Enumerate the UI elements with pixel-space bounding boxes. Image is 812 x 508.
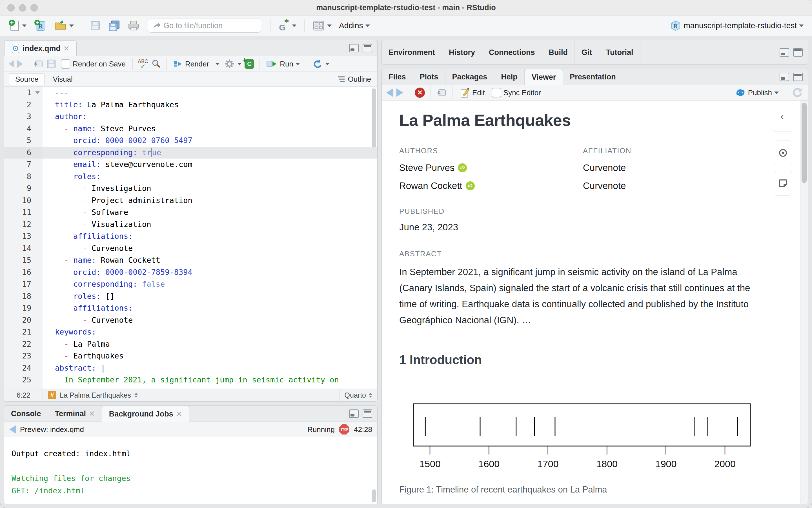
minimize-pane-icon[interactable]	[349, 44, 359, 52]
new-project-button[interactable]: R	[32, 17, 48, 34]
tab-history[interactable]: History	[442, 40, 482, 65]
code-line[interactable]: 17 corresponding: false	[4, 278, 377, 290]
goto-file-input[interactable]: Go to file/function	[148, 18, 261, 33]
outline-button[interactable]: Outline	[337, 75, 373, 84]
code-line[interactable]: 16 orcid: 0000-0002-7859-8394	[4, 266, 377, 279]
code-line[interactable]: 3author:	[4, 111, 377, 123]
viewer-scrollbar[interactable]	[800, 100, 808, 504]
tab-build[interactable]: Build	[542, 40, 575, 65]
stop-job-button[interactable]: STOP	[339, 424, 350, 434]
tab-index-qmd[interactable]: index.qmd ✕	[4, 40, 77, 56]
spellcheck-button[interactable]: ABC ✓	[138, 59, 148, 69]
code-line[interactable]: 11 - Software	[4, 206, 377, 218]
minimize-window-button[interactable]	[19, 4, 26, 11]
tab-viewer[interactable]: Viewer	[525, 69, 563, 85]
section-selector[interactable]: # La Palma Earthquakes	[43, 389, 339, 401]
console-scrollbar-thumb[interactable]	[372, 490, 376, 502]
maximize-pane-icon[interactable]	[363, 44, 372, 52]
code-line[interactable]: 7 email: steve@curvenote.com	[4, 159, 377, 171]
tab-help[interactable]: Help	[494, 69, 525, 85]
code-line[interactable]: 24abstract: |	[4, 362, 377, 374]
code-line[interactable]: 25 In September 2021, a significant jump…	[4, 374, 377, 386]
code-line[interactable]: 13 affiliations:	[4, 230, 377, 243]
sync-editor-checkbox[interactable]: Sync Editor	[490, 87, 543, 98]
orcid-icon[interactable]: iD	[466, 181, 475, 190]
save-all-button[interactable]	[106, 18, 122, 33]
jobs-back-icon[interactable]	[9, 425, 16, 434]
viewer-content[interactable]: La Palma Earthquakes AUTHORS AFFILIATION…	[382, 100, 808, 504]
annotation-button[interactable]	[774, 171, 792, 196]
new-file-button[interactable]	[7, 18, 28, 34]
tab-presentation[interactable]: Presentation	[563, 69, 623, 85]
version-control-button[interactable]: G	[277, 17, 298, 34]
code-line[interactable]: 20 - Curvenote	[4, 314, 377, 326]
tab-plots[interactable]: Plots	[413, 69, 445, 85]
filetype-selector[interactable]: Quarto	[339, 389, 377, 401]
code-editor[interactable]: 1---2title: La Palma Earthquakes3author:…	[4, 87, 377, 389]
code-line[interactable]: the island of La Palma (Canary Islands, …	[4, 386, 377, 389]
jobs-output[interactable]: Output created: index.html Watching file…	[4, 437, 377, 504]
tab-environment[interactable]: Environment	[382, 40, 442, 65]
code-line[interactable]: 22 - La Palma	[4, 338, 377, 350]
code-line[interactable]: 8 roles:	[4, 171, 377, 183]
code-line[interactable]: 18 roles: []	[4, 290, 377, 302]
maximize-pane-icon[interactable]	[793, 48, 803, 56]
code-line[interactable]: 10 - Project administration	[4, 195, 377, 207]
code-line[interactable]: 1---	[4, 87, 377, 99]
popout-icon[interactable]	[33, 59, 43, 69]
source-mode-button[interactable]: Source	[9, 73, 45, 85]
render-on-save-checkbox[interactable]: Render on Save	[59, 58, 127, 70]
collapse-panel-button[interactable]: ‹	[772, 100, 792, 132]
refresh-icon[interactable]	[792, 87, 803, 98]
editor-scrollbar-thumb[interactable]	[372, 88, 376, 147]
tab-console[interactable]: Console	[4, 406, 48, 422]
viewer-forward-icon[interactable]	[396, 88, 403, 97]
minimize-pane-icon[interactable]	[780, 48, 789, 56]
maximize-pane-icon[interactable]	[793, 73, 803, 81]
tab-terminal[interactable]: Terminal ✕	[48, 406, 102, 422]
popout-icon[interactable]	[437, 88, 447, 97]
render-button[interactable]: Render	[172, 58, 221, 70]
close-tab-icon[interactable]: ✕	[176, 410, 182, 418]
tab-connections[interactable]: Connections	[482, 40, 542, 65]
save-icon[interactable]	[46, 59, 56, 69]
code-line[interactable]: 15 - name: Rowan Cockett	[4, 254, 377, 266]
tab-git[interactable]: Git	[575, 40, 599, 65]
print-button[interactable]	[126, 18, 141, 33]
fold-icon[interactable]	[35, 91, 40, 94]
code-line[interactable]: 9 - Investigation	[4, 182, 377, 195]
clear-viewer-icon[interactable]: ✕	[415, 88, 425, 98]
save-button[interactable]	[88, 18, 102, 33]
code-line[interactable]: 2title: La Palma Earthquakes	[4, 99, 377, 111]
code-line[interactable]: 12 - Visualization	[4, 218, 377, 230]
minimize-pane-icon[interactable]	[349, 410, 359, 418]
close-tab-icon[interactable]: ✕	[64, 44, 70, 53]
rerun-caret-icon[interactable]	[325, 63, 330, 65]
visibility-button[interactable]	[774, 140, 792, 165]
code-line[interactable]: 19 affiliations:	[4, 302, 377, 314]
orcid-icon[interactable]: iD	[458, 163, 467, 172]
publish-button[interactable]: Publish	[733, 87, 780, 98]
panes-layout-button[interactable]	[311, 18, 333, 33]
maximize-pane-icon[interactable]	[363, 410, 372, 418]
insert-chunk-button[interactable]: C	[245, 59, 254, 69]
source-rerun-icon[interactable]	[312, 59, 322, 69]
minimize-pane-icon[interactable]	[780, 73, 789, 81]
find-icon[interactable]	[151, 59, 161, 69]
open-file-button[interactable]	[52, 18, 76, 33]
gear-caret-icon[interactable]	[237, 63, 242, 65]
forward-icon[interactable]	[17, 60, 23, 68]
back-icon[interactable]	[9, 60, 14, 68]
visual-mode-button[interactable]: Visual	[46, 74, 79, 85]
run-button[interactable]: Run	[265, 58, 302, 70]
addins-button[interactable]: Addins	[337, 19, 372, 32]
code-line[interactable]: 4 - name: Steve Purves	[4, 123, 377, 135]
code-line[interactable]: 21keywords:	[4, 326, 377, 338]
project-selector[interactable]: R manuscript-template-rstudio-test	[668, 18, 805, 33]
tab-packages[interactable]: Packages	[445, 69, 494, 85]
close-tab-icon[interactable]: ✕	[89, 410, 95, 418]
code-line[interactable]: 14 - Curvenote	[4, 243, 377, 255]
gear-icon[interactable]	[224, 59, 234, 69]
tab-tutorial[interactable]: Tutorial	[599, 40, 640, 65]
code-line[interactable]: 23 - Earthquakes	[4, 350, 377, 362]
